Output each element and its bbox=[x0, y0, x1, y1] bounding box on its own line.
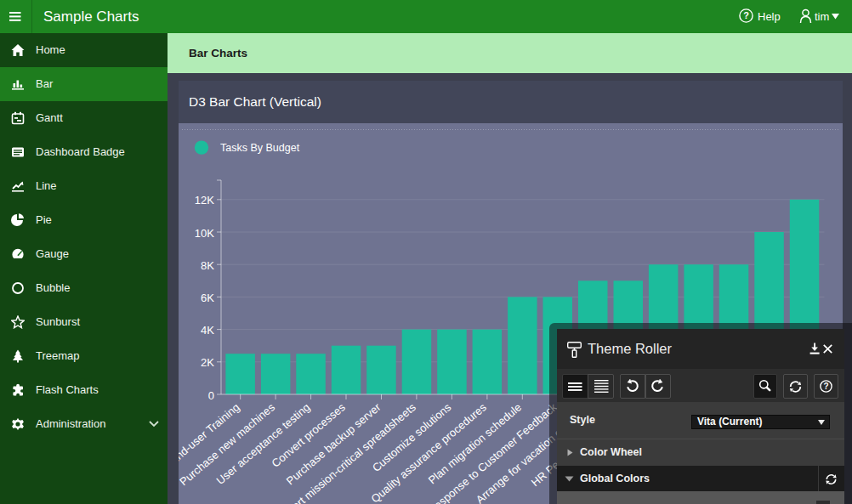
svg-text:4K: 4K bbox=[201, 324, 214, 337]
svg-text:?: ? bbox=[743, 10, 749, 20]
svg-text:6K: 6K bbox=[201, 292, 214, 304]
svg-text:8K: 8K bbox=[201, 259, 214, 272]
svg-text:12K: 12K bbox=[195, 194, 214, 207]
svg-text:?: ? bbox=[823, 382, 828, 391]
svg-text:0: 0 bbox=[208, 389, 214, 402]
svg-text:2K: 2K bbox=[201, 356, 214, 369]
svg-text:10K: 10K bbox=[195, 227, 214, 240]
svg-text:Tasks By Budget: Tasks By Budget bbox=[220, 142, 300, 154]
